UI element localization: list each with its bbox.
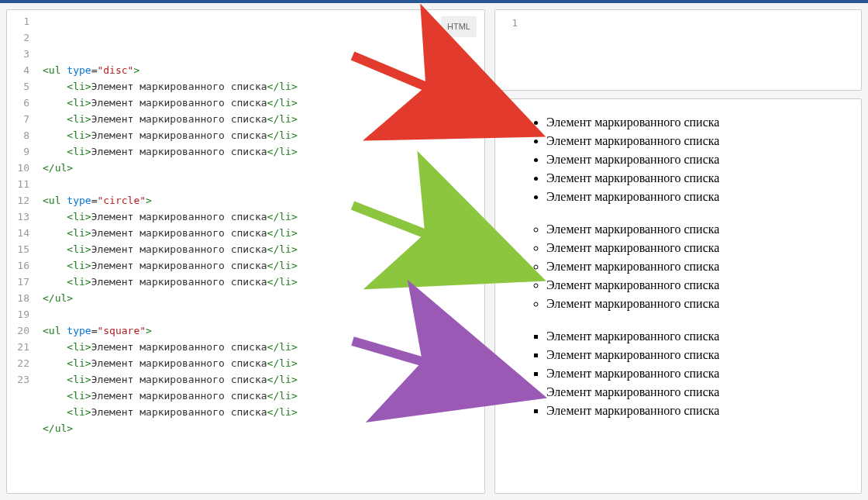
list-item: Элемент маркированного списка: [546, 132, 861, 150]
line-number: 18: [7, 290, 29, 306]
code-area[interactable]: HTML <ul type="disc"> <li>Элемент маркир…: [36, 10, 484, 493]
line-number: 3: [7, 46, 29, 62]
preview-list-circle: Элемент маркированного спискаЭлемент мар…: [515, 220, 861, 313]
line-number: 8: [7, 127, 29, 143]
output-code-area[interactable]: [525, 10, 861, 90]
line-number: 10: [7, 160, 29, 176]
right-column: 1 Элемент маркированного спискаЭлемент м…: [494, 9, 862, 494]
line-gutter-right: 1: [495, 10, 525, 90]
line-number: 23: [7, 371, 29, 388]
line-number: 21: [7, 339, 29, 355]
list-item: Элемент маркированного списка: [546, 295, 861, 313]
list-item: Элемент маркированного списка: [546, 169, 861, 188]
preview-list-square: Элемент маркированного спискаЭлемент мар…: [515, 327, 861, 420]
line-number: 4: [7, 62, 29, 78]
line-number: 1: [7, 13, 29, 29]
line-number: 11: [7, 176, 29, 192]
line-number: 16: [7, 257, 29, 274]
list-item: Элемент маркированного списка: [546, 257, 861, 276]
list-item: Элемент маркированного списка: [546, 220, 861, 239]
list-item: Элемент маркированного списка: [546, 188, 861, 206]
output-top-panel: 1: [494, 9, 862, 91]
line-number: 7: [7, 111, 29, 127]
code-content[interactable]: <ul type="disc"> <li>Элемент маркированн…: [43, 62, 478, 436]
list-item: Элемент маркированного списка: [546, 239, 861, 257]
list-item: Элемент маркированного списка: [546, 150, 861, 169]
line-gutter: 1234567891011121314151617181920212223: [7, 10, 36, 493]
list-item: Элемент маркированного списка: [546, 327, 861, 346]
line-number: 12: [7, 192, 29, 209]
preview-list-disc: Элемент маркированного спискаЭлемент мар…: [515, 113, 861, 206]
list-item: Элемент маркированного списка: [546, 364, 861, 383]
code-panel: 1234567891011121314151617181920212223 HT…: [6, 9, 485, 494]
line-number: 9: [7, 143, 29, 160]
line-number: 13: [7, 209, 29, 225]
line-number: 6: [7, 95, 29, 111]
line-number: 19: [7, 306, 29, 322]
line-number: 20: [7, 322, 29, 339]
list-item: Элемент маркированного списка: [546, 346, 861, 364]
line-number: 17: [7, 274, 29, 290]
line-number: 14: [7, 225, 29, 241]
line-number: 22: [7, 355, 29, 371]
preview-panel: Элемент маркированного спискаЭлемент мар…: [494, 98, 862, 494]
list-item: Элемент маркированного списка: [546, 402, 861, 420]
list-item: Элемент маркированного списка: [546, 113, 861, 132]
list-item: Элемент маркированного списка: [546, 276, 861, 295]
language-badge: HTML: [441, 16, 477, 37]
line-number: 15: [7, 241, 29, 257]
line-number: 5: [7, 78, 29, 95]
list-item: Элемент маркированного списка: [546, 383, 861, 402]
line-number: 1: [495, 15, 518, 31]
line-number: 2: [7, 29, 29, 46]
main-container: 1234567891011121314151617181920212223 HT…: [0, 3, 868, 500]
